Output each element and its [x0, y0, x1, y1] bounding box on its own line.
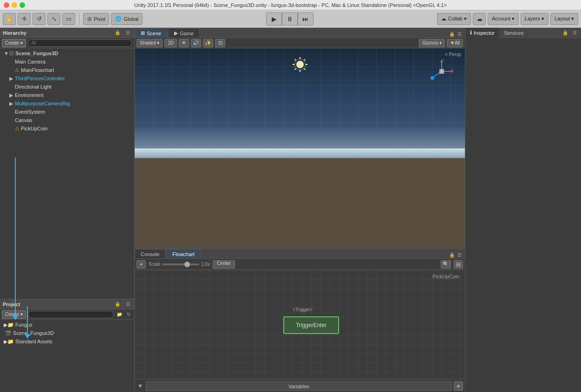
pause-button[interactable]: ⏸	[282, 13, 298, 26]
project-item-label: Fungus	[15, 322, 33, 328]
hierarchy-item-canvas[interactable]: Canvas	[0, 116, 134, 124]
project-item-scene[interactable]: 🎬 Scene_Fungus3D	[0, 329, 134, 337]
hierarchy-item-multipurpose[interactable]: ▶ MultipurposeCameraRig	[0, 99, 134, 108]
2d-button[interactable]: 2D	[164, 39, 177, 47]
hierarchy-item-maincamera[interactable]: Main Camera	[0, 58, 134, 66]
scene-file-icon: 🎬	[5, 330, 12, 336]
scene-light-icon[interactable]: ☀	[179, 39, 189, 47]
project-search-input[interactable]	[28, 311, 114, 318]
flowchart-add-button[interactable]: +	[137, 260, 146, 269]
toolbar-right-section: ☁ Collab ▾ ☁ Account ▾ Layers ▾ Layout ▾	[437, 13, 578, 25]
flowchart-search-icon[interactable]: 🔍	[441, 260, 451, 269]
eventsys-expand-icon	[9, 109, 15, 115]
tab-flowchart[interactable]: Flowchart	[166, 249, 201, 258]
tab-console[interactable]: Console	[135, 249, 165, 258]
variables-add-button[interactable]: +	[454, 381, 463, 391]
move-tool-button[interactable]: ✛	[18, 13, 31, 25]
flowchart-expand-icon	[9, 67, 15, 73]
bottom-menu-icon[interactable]: ☰	[456, 251, 463, 258]
svg-text:x: x	[443, 58, 444, 62]
hierarchy-search-input[interactable]	[28, 39, 132, 47]
hierarchy-item-thirdperson[interactable]: ▶ ThirdPersonController	[0, 74, 134, 83]
global-button[interactable]: 🌐 Global	[111, 13, 143, 25]
bottom-lock-icon[interactable]: 🔒	[448, 251, 456, 258]
hierarchy-lock-icon[interactable]: 🔒	[114, 29, 121, 37]
rotate-tool-button[interactable]: ↺	[33, 13, 46, 25]
fungus-expand-icon: ▶	[4, 322, 7, 328]
svg-line-9	[294, 69, 296, 70]
hierarchy-item-eventsystem[interactable]: EventSystem	[0, 108, 134, 116]
tab-services[interactable]: Services	[499, 28, 528, 38]
layers-button[interactable]: Layers ▾	[521, 13, 548, 25]
scene-expand-icon: ▼	[4, 51, 9, 56]
scale-label: Scale	[149, 262, 160, 267]
hierarchy-create-button[interactable]: Create ▾	[2, 39, 26, 47]
flowchart-trigger-label: <Trigger>	[293, 307, 313, 312]
variables-arrow-icon[interactable]: ▼	[137, 382, 144, 390]
camera-expand-icon	[9, 59, 15, 64]
tab-inspector[interactable]: ℹ Inspector	[465, 28, 499, 38]
hierarchy-header: Hierarchy 🔒 ☰	[0, 28, 134, 38]
scene-gizmo-widget[interactable]: x x	[428, 58, 456, 85]
scene-fx-icon[interactable]: ✨	[203, 39, 213, 47]
center-tabs-right: 🔒 ☰	[448, 30, 465, 38]
pivot-button[interactable]: ◎ Pivot	[83, 13, 109, 25]
play-button[interactable]: ▶	[266, 13, 282, 26]
minimize-button[interactable]	[12, 2, 17, 8]
project-item-fungus[interactable]: ▶ 📁 Fungus	[0, 321, 134, 329]
hierarchy-menu-icon[interactable]: ☰	[124, 29, 131, 37]
cloud-button[interactable]: ☁	[473, 13, 486, 25]
project-create-button[interactable]: Create ▾	[2, 310, 26, 319]
flowchart-center-button[interactable]: Center	[213, 260, 235, 269]
project-lock-icon[interactable]: 🔒	[114, 301, 121, 308]
svg-line-7	[304, 69, 305, 70]
project-item-standard[interactable]: ▶ 📁 Standard Assets	[0, 337, 134, 346]
scale-slider[interactable]	[162, 263, 199, 265]
hand-tool-button[interactable]: ✋	[3, 13, 16, 25]
hierarchy-item-label: Directional Light	[15, 84, 52, 90]
scale-tool-button[interactable]: ⤡	[47, 13, 60, 25]
center-lock-icon[interactable]: 🔒	[448, 30, 456, 38]
center-area: ⊞ Scene ▶ Game 🔒 ☰ Shaded ▾ 2D ☀ 🔊 ✨	[135, 28, 465, 392]
center-menu-icon[interactable]: ☰	[456, 30, 463, 38]
inspector-menu-icon[interactable]: ☰	[571, 29, 578, 37]
window-controls	[4, 2, 25, 8]
account-button[interactable]: Account ▾	[488, 13, 519, 25]
tab-game[interactable]: ▶ Game	[168, 28, 200, 38]
scene-tab-icon: ⊞	[141, 30, 145, 36]
collab-button[interactable]: ☁ Collab ▾	[437, 13, 471, 25]
hierarchy-item-scene[interactable]: ▼ Scene_Fungus3D	[0, 49, 134, 58]
main-layout: Hierarchy 🔒 ☰ Create ▾ ▼ Scene_Fungus3D	[0, 28, 581, 392]
scene-overlay-icon[interactable]: ⊡	[215, 39, 225, 47]
gizmos-dropdown[interactable]: Gizmos ▾	[419, 39, 445, 47]
flowchart-options-button[interactable]: ⊟	[454, 260, 463, 269]
maximize-button[interactable]	[20, 2, 25, 8]
layout-button[interactable]: Layout ▾	[550, 13, 578, 25]
flowchart-triggerenter-block[interactable]: TriggerEnter	[283, 316, 339, 334]
flowchart-block-label: TriggerEnter	[296, 322, 326, 328]
hierarchy-item-pickupcoin[interactable]: ⚠ PickUpCoin	[0, 124, 134, 133]
console-tab-label: Console	[141, 251, 159, 257]
all-dropdown[interactable]: ▼All	[447, 39, 463, 47]
rect-tool-button[interactable]: ▭	[62, 13, 75, 25]
hierarchy-item-mainflowchart[interactable]: ⚠ MainFlowchart	[0, 66, 134, 74]
inspector-lock-icon[interactable]: 🔒	[561, 29, 569, 37]
flowchart-canvas[interactable]: PickUpCoin <Trigger> TriggerEnter	[135, 270, 465, 379]
project-refresh-icon[interactable]: ↻	[125, 311, 132, 318]
tab-scene[interactable]: ⊞ Scene	[135, 28, 167, 38]
game-tab-icon: ▶	[174, 30, 178, 36]
scene-persp-label: < Persp	[445, 52, 461, 57]
hierarchy-item-environment[interactable]: ▶ Environment	[0, 91, 134, 99]
close-button[interactable]	[4, 2, 9, 8]
project-menu-icon[interactable]: ☰	[124, 301, 131, 308]
step-button[interactable]: ⏭	[298, 13, 313, 26]
project-folder-icon[interactable]: 📁	[116, 311, 123, 318]
scene-viewport[interactable]: x x < Persp	[135, 48, 465, 248]
scene-audio-icon[interactable]: 🔊	[191, 39, 201, 47]
bottom-center-panel: Console Flowchart 🔒 ☰ + Scale 1.0x	[135, 248, 465, 392]
variables-label: Variables	[146, 381, 452, 391]
hierarchy-item-dirlight[interactable]: Directional Light	[0, 83, 134, 91]
hierarchy-item-label: EventSystem	[15, 109, 45, 115]
scale-slider-container: Scale 1.0x	[149, 262, 210, 267]
shaded-dropdown[interactable]: Shaded ▾	[137, 39, 163, 47]
